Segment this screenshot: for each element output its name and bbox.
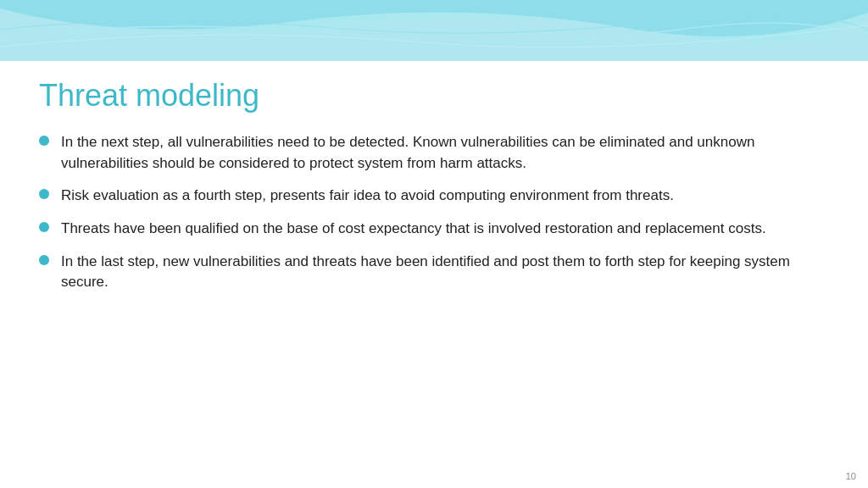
bullet-dot-4 (39, 255, 49, 265)
slide-content: Threat modeling In the next step, all vu… (0, 61, 868, 488)
bullet-dot-1 (39, 136, 49, 146)
page-number: 10 (846, 471, 856, 481)
list-item: In the last step, new vulnerabilities an… (39, 252, 829, 293)
bullet-dot-3 (39, 222, 49, 232)
bullet-dot-2 (39, 189, 49, 199)
slide: Threat modeling In the next step, all vu… (0, 0, 868, 488)
bullet-list: In the next step, all vulnerabilities ne… (39, 132, 829, 293)
slide-title: Threat modeling (39, 78, 829, 114)
bullet-text-3: Threats have been qualified on the base … (61, 219, 829, 240)
bullet-text-1: In the next step, all vulnerabilities ne… (61, 132, 829, 174)
top-decoration (0, 0, 868, 61)
list-item: Risk evaluation as a fourth step, presen… (39, 186, 829, 207)
bullet-text-2: Risk evaluation as a fourth step, presen… (61, 186, 829, 207)
list-item: Threats have been qualified on the base … (39, 219, 829, 240)
bullet-text-4: In the last step, new vulnerabilities an… (61, 252, 829, 293)
list-item: In the next step, all vulnerabilities ne… (39, 132, 829, 174)
